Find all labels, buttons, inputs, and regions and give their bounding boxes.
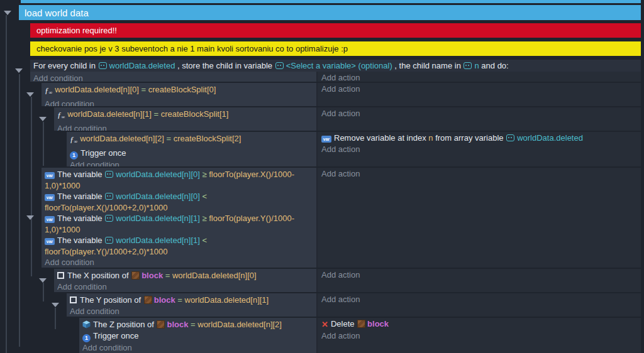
text-segment: <: [202, 236, 207, 245]
text-segment: n: [474, 61, 481, 70]
comment-text: optimization required!!: [36, 26, 117, 35]
condition[interactable]: The Z position of block = worldData.dele…: [82, 319, 314, 330]
event-row-standard: ƒ∞worldData.deleted[n][0] = createBlockS…: [42, 83, 641, 106]
actions-column: Add action: [319, 269, 641, 292]
add-action-button[interactable]: Add action: [321, 269, 641, 281]
event-row-sliver: [21, 0, 641, 3]
trigger-once-icon: 1: [82, 334, 91, 342]
action[interactable]: varRemove variable at index n from array…: [321, 133, 641, 144]
expression-icon: ƒ∞: [57, 109, 64, 123]
collapse-arrow-icon[interactable]: [52, 303, 59, 307]
condition[interactable]: The Y position of block = worldData.dele…: [70, 295, 314, 306]
condition[interactable]: varThe variable worldData.deleted[n][1] …: [45, 235, 314, 257]
position-icon: [57, 272, 64, 279]
add-condition-button[interactable]: Add condition: [57, 281, 314, 293]
condition[interactable]: 1Trigger once: [70, 148, 314, 160]
text-segment: floorTo(player.X()/1000-: [209, 170, 294, 179]
text-segment: floorTo(player.Y()/1000+2,0)*1000: [45, 247, 167, 256]
variable-badge-icon: var: [45, 238, 55, 245]
collapse-arrow-icon[interactable]: [39, 117, 47, 121]
condition-line: 1Trigger once: [82, 330, 314, 342]
condition-line: ƒ∞worldData.deleted[n][1] = createBlockS…: [57, 109, 314, 123]
condition[interactable]: ƒ∞worldData.deleted[n][2] = createBlockS…: [70, 133, 314, 148]
conditions-column: ƒ∞worldData.deleted[n][2] = createBlockS…: [67, 132, 318, 166]
add-action-button[interactable]: Add action: [321, 144, 641, 155]
variable-icon: [275, 62, 284, 69]
text-segment: n: [428, 133, 433, 143]
text-segment: worldData.deleted[n][1]: [185, 295, 269, 305]
text-segment: worldData.deleted[n][2]: [80, 134, 166, 143]
add-action-button[interactable]: Add action: [321, 294, 641, 305]
variable-badge-icon: var: [45, 172, 55, 179]
action[interactable]: ✕Delete block: [321, 318, 641, 330]
condition-line: varThe variable worldData.deleted[n][1] …: [45, 235, 314, 246]
conditions-column: The X position of block = worldData.dele…: [54, 269, 318, 292]
text-segment: worldData.deleted[n][0]: [116, 192, 202, 201]
add-condition-button[interactable]: Add condition: [57, 123, 314, 131]
block-object-icon: [144, 296, 152, 304]
add-condition-button[interactable]: Add condition: [45, 99, 314, 107]
collapse-arrow-icon[interactable]: [39, 278, 47, 283]
conditions-column: varThe variable worldData.deleted[n][0] …: [42, 168, 318, 268]
add-action-button[interactable]: Add action: [321, 72, 641, 82]
condition-line: floorTo(player.X()/1000+2,0)*1000: [45, 202, 314, 214]
event-row-standard: The X position of block = worldData.dele…: [54, 269, 641, 292]
text-segment: worldData.deleted[n][0]: [55, 85, 141, 94]
condition-line: 1,0)*1000: [45, 224, 314, 236]
conditions-column: ƒ∞worldData.deleted[n][1] = createBlockS…: [54, 107, 318, 131]
text-segment: The variable: [57, 236, 104, 245]
add-action-button[interactable]: Add action: [321, 108, 641, 119]
text-segment: worldData.deleted[n][2]: [197, 320, 282, 329]
event-row-group[interactable]: load world data: [19, 5, 641, 20]
text-segment: 1,0)*1000: [45, 181, 80, 190]
condition[interactable]: The X position of block = worldData.dele…: [57, 270, 314, 281]
foreach-sentence[interactable]: For every child in worldData.deleted , s…: [30, 60, 641, 72]
text-segment: The Y position of: [80, 295, 143, 305]
text-segment: floorTo(player.Y()/1000-: [209, 214, 294, 223]
add-action-button[interactable]: Add action: [321, 168, 641, 180]
condition[interactable]: ƒ∞worldData.deleted[n][0] = createBlockS…: [45, 84, 314, 99]
condition-line: ƒ∞worldData.deleted[n][2] = createBlockS…: [70, 133, 314, 148]
collapse-arrow-icon[interactable]: [4, 11, 11, 15]
actions-column: ✕Delete blockAdd action: [319, 318, 641, 353]
collapse-arrow-icon[interactable]: [26, 92, 34, 97]
comment-text: checkovanie pos je v 3 subeventoch a nie…: [36, 44, 348, 53]
condition-line: varThe variable worldData.deleted[n][0] …: [45, 169, 314, 180]
condition[interactable]: varThe variable worldData.deleted[n][0] …: [45, 191, 314, 213]
collapse-arrow-icon[interactable]: [15, 68, 23, 73]
event-sheet: load world dataoptimization required!!ch…: [0, 0, 644, 353]
condition[interactable]: ƒ∞worldData.deleted[n][1] = createBlockS…: [57, 109, 314, 123]
add-action-button[interactable]: Add action: [321, 84, 641, 95]
text-segment: worldData.deleted[n][0]: [172, 271, 257, 280]
actions-column: varRemove variable at index n from array…: [319, 132, 641, 166]
condition[interactable]: varThe variable worldData.deleted[n][0] …: [45, 169, 314, 191]
actions-column: Add action: [319, 72, 641, 82]
add-condition-button[interactable]: Add condition: [45, 257, 314, 268]
condition[interactable]: 1Trigger once: [82, 330, 314, 342]
text-segment: =: [165, 271, 172, 280]
text-segment: createBlockSplit[2]: [171, 134, 241, 143]
event-row-standard: ƒ∞worldData.deleted[n][2] = createBlockS…: [67, 132, 641, 166]
condition-line: The Y position of block = worldData.dele…: [70, 295, 314, 306]
condition[interactable]: varThe variable worldData.deleted[n][1] …: [45, 213, 314, 235]
add-condition-button[interactable]: Add condition: [70, 160, 314, 167]
action-line: varRemove variable at index n from array…: [321, 133, 641, 144]
text-segment: from array variable: [433, 133, 506, 143]
variable-icon: [506, 134, 514, 141]
add-action-button[interactable]: Add action: [321, 330, 641, 342]
condition-line: The X position of block = worldData.dele…: [57, 270, 314, 281]
add-condition-button[interactable]: Add condition: [82, 342, 314, 353]
text-segment: <Select a variable> (optional): [286, 61, 392, 70]
event-row-comment[interactable]: checkovanie pos je v 3 subeventoch a nie…: [30, 41, 641, 56]
text-segment: worldData.deleted[n][1]: [116, 236, 202, 245]
collapse-arrow-icon[interactable]: [26, 215, 34, 220]
add-condition-button[interactable]: Add condition: [33, 73, 314, 82]
text-segment: =: [154, 109, 159, 119]
text-segment: worldData.deleted: [109, 61, 175, 70]
add-condition-button[interactable]: Add condition: [70, 306, 314, 317]
group-title: load world data: [25, 8, 89, 18]
event-row-comment[interactable]: optimization required!!: [30, 23, 641, 38]
text-segment: block: [142, 271, 165, 280]
variable-badge-icon: var: [45, 194, 55, 201]
variable-icon: [99, 62, 107, 69]
